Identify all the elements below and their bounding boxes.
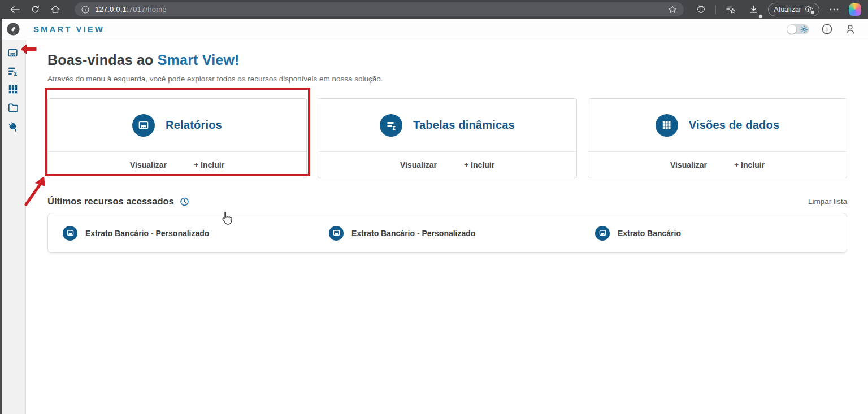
page-title: Boas-vindas ao Smart View!: [47, 52, 847, 68]
browser-chrome: 127.0.0.1:7017/home Atualizar: [0, 0, 868, 19]
copilot-icon[interactable]: [849, 3, 861, 16]
report-icon: [63, 226, 77, 241]
update-button[interactable]: Atualizar: [768, 3, 819, 16]
card-relatorios-header[interactable]: Relatórios: [48, 99, 306, 152]
favorites-icon: [726, 5, 736, 14]
app-logo[interactable]: [0, 22, 26, 36]
sidebar-item-reports[interactable]: [3, 44, 23, 62]
sidebar-item-data-views[interactable]: [3, 80, 23, 98]
recent-resources-panel: Extrato Bancário - Personalizado Extrato…: [47, 213, 847, 253]
downloads-badge: [758, 14, 763, 19]
recent-item-label: Extrato Bancário - Personalizado: [85, 229, 209, 238]
data-views-icon: [7, 84, 19, 95]
resource-cards: Relatórios Visualizar + Incluir Σ Tabela…: [47, 98, 847, 178]
svg-text:Σ: Σ: [392, 125, 396, 130]
incluir-link[interactable]: + Incluir: [464, 160, 494, 169]
recent-section-header: Últimos recursos acessados Limpar lista: [47, 196, 847, 207]
welcome-text: Boas-vindas ao: [47, 52, 158, 68]
gear-icon: [800, 25, 808, 33]
extensions-icon: [696, 5, 706, 14]
report-icon: [595, 226, 610, 241]
url-path: :7017/home: [127, 5, 167, 14]
bookmark-star-icon[interactable]: [668, 5, 677, 14]
recent-item-label: Extrato Bancário: [618, 229, 681, 238]
refresh-icon: [31, 5, 40, 14]
card-title: Tabelas dinâmicas: [413, 119, 515, 132]
settings-more-button[interactable]: [826, 2, 842, 17]
sidebar: Σ: [0, 40, 26, 414]
url-host: 127.0.0.1: [95, 5, 127, 14]
card-relatorios-actions: Visualizar + Incluir: [48, 152, 306, 178]
visualizar-link[interactable]: Visualizar: [400, 160, 437, 169]
recent-item[interactable]: Extrato Bancário - Personalizado: [314, 226, 580, 241]
back-button[interactable]: [7, 2, 23, 17]
card-tabelas-dinamicas: Σ Tabelas dinâmicas Visualizar + Incluir: [318, 98, 577, 178]
sidebar-item-connections[interactable]: [3, 117, 23, 136]
svg-text:Σ: Σ: [14, 71, 17, 77]
back-icon: [10, 6, 20, 14]
history-icon: [179, 197, 189, 207]
downloads-button[interactable]: [745, 2, 761, 17]
incluir-link[interactable]: + Incluir: [194, 160, 224, 169]
info-icon[interactable]: [822, 24, 832, 34]
downloads-icon: [749, 5, 758, 14]
card-title: Visões de dados: [689, 119, 779, 132]
card-visoes-de-dados: Visões de dados Visualizar + Incluir: [588, 98, 847, 178]
card-tabelas-header[interactable]: Σ Tabelas dinâmicas: [318, 99, 576, 152]
toggle-knob: [787, 25, 796, 34]
user-icon[interactable]: [845, 24, 856, 34]
visualizar-link[interactable]: Visualizar: [130, 160, 167, 169]
app-header-actions: [787, 24, 856, 34]
data-view-icon: [656, 114, 678, 137]
url-text[interactable]: 127.0.0.1:7017/home: [95, 5, 167, 14]
welcome-highlight: Smart View!: [158, 52, 240, 68]
address-bar[interactable]: 127.0.0.1:7017/home: [75, 2, 684, 16]
recent-title: Últimos recursos acessados: [47, 196, 189, 207]
report-icon: [132, 114, 155, 137]
folders-icon: [7, 102, 19, 112]
app-title: SMART VIEW: [33, 24, 105, 34]
settings-toggle[interactable]: [787, 24, 809, 34]
card-tabelas-actions: Visualizar + Incluir: [318, 152, 576, 178]
sync-badge: [810, 10, 815, 15]
site-info-icon[interactable]: [81, 6, 89, 14]
card-title: Relatórios: [166, 119, 222, 132]
sidebar-item-pivot-tables[interactable]: Σ: [3, 62, 23, 80]
connections-icon: [7, 121, 19, 132]
clear-list-link[interactable]: Limpar lista: [808, 197, 847, 206]
reports-icon: [7, 47, 19, 59]
card-visoes-header[interactable]: Visões de dados: [588, 99, 847, 152]
page-subtitle: Através do menu à esquerda, você pode ex…: [47, 75, 847, 83]
main-content: Boas-vindas ao Smart View! Através do me…: [26, 40, 868, 414]
pivot-tables-icon: Σ: [7, 66, 19, 77]
pivot-table-icon: Σ: [380, 114, 402, 137]
recent-title-text: Últimos recursos acessados: [47, 196, 174, 207]
window-edge: [0, 19, 2, 414]
totvs-logo-icon: [6, 22, 20, 36]
chrome-toolbar-right: Atualizar: [693, 2, 861, 17]
visualizar-link[interactable]: Visualizar: [670, 160, 707, 169]
favorites-button[interactable]: [723, 2, 739, 17]
update-button-label: Atualizar: [774, 6, 801, 14]
extensions-button[interactable]: [693, 2, 709, 17]
card-relatorios: Relatórios Visualizar + Incluir: [47, 98, 307, 178]
recent-item[interactable]: Extrato Bancário: [580, 226, 847, 241]
incluir-link[interactable]: + Incluir: [734, 160, 765, 169]
refresh-button[interactable]: [27, 2, 43, 17]
card-visoes-actions: Visualizar + Incluir: [588, 152, 847, 178]
more-icon: [830, 8, 839, 11]
recent-item[interactable]: Extrato Bancário - Personalizado: [48, 226, 314, 241]
sidebar-item-folders[interactable]: [3, 98, 23, 116]
home-button[interactable]: [47, 2, 63, 17]
recent-item-label: Extrato Bancário - Personalizado: [351, 229, 475, 238]
toolbar-separator: [715, 5, 716, 14]
report-icon: [329, 226, 344, 241]
home-icon: [51, 5, 60, 14]
app-header: SMART VIEW: [0, 19, 868, 40]
